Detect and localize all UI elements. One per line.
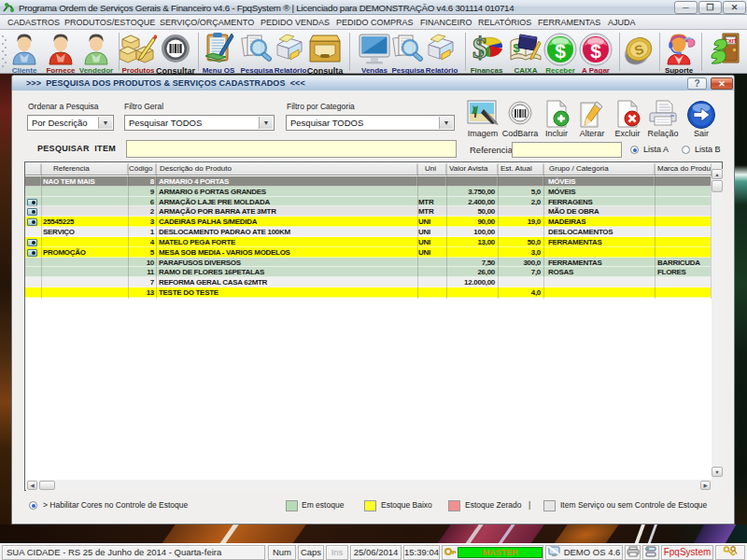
svg-text:$: $ <box>472 32 487 64</box>
svg-text:$: $ <box>590 40 601 62</box>
svg-text:$: $ <box>555 40 566 62</box>
